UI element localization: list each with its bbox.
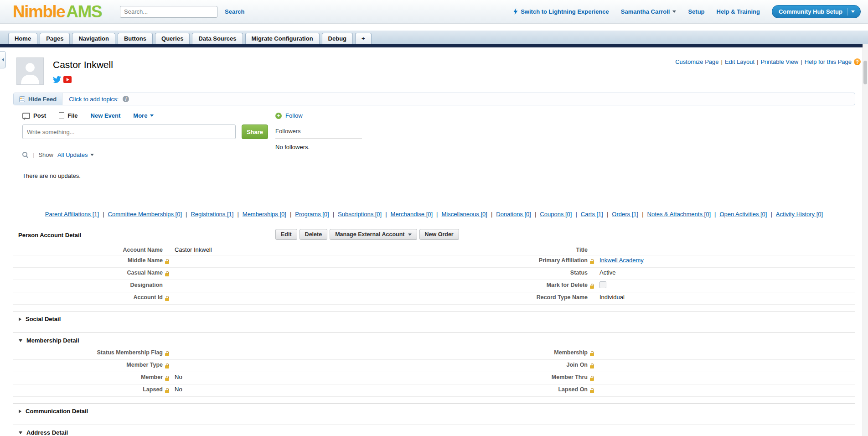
setup-link[interactable]: Setup bbox=[688, 8, 704, 15]
field-label: Member bbox=[13, 374, 163, 381]
nav-tab-migrate-configuration[interactable]: Migrate Configuration bbox=[245, 33, 320, 44]
help-for-page-link[interactable]: Help for this Page bbox=[805, 58, 852, 65]
feed-search-icon[interactable] bbox=[22, 152, 29, 158]
edit-button[interactable]: Edit bbox=[275, 229, 297, 240]
share-button[interactable]: Share bbox=[242, 125, 268, 139]
related-list-link-subscriptions[interactable]: Subscriptions [0] bbox=[338, 211, 382, 218]
related-list-link-donations[interactable]: Donations [0] bbox=[496, 211, 531, 218]
tab-file[interactable]: File bbox=[59, 112, 78, 119]
field-row: DesignationMark for Delete bbox=[13, 280, 855, 292]
related-links-row: Parent Affiliations [1]|Committee Member… bbox=[0, 211, 868, 218]
nav-tab-add[interactable]: + bbox=[355, 33, 372, 44]
add-topics-link[interactable]: Click to add topics: bbox=[69, 96, 119, 103]
header-spacer bbox=[0, 24, 868, 31]
nav-tab-home[interactable]: Home bbox=[8, 33, 37, 44]
lock-icon bbox=[590, 378, 594, 381]
related-list-link-miscellaneous[interactable]: Miscellaneous [0] bbox=[441, 211, 487, 218]
feed-filter-dropdown[interactable]: All Updates bbox=[57, 151, 94, 158]
field-value: Inkwell Academy bbox=[597, 257, 855, 264]
vertical-scrollbar[interactable] bbox=[863, 44, 868, 436]
manage-external-account-button[interactable]: Manage External Account bbox=[330, 229, 417, 240]
related-list-link-memberships[interactable]: Memberships [0] bbox=[243, 211, 286, 218]
nav-tab-debug[interactable]: Debug bbox=[322, 33, 353, 44]
help-training-link[interactable]: Help & Training bbox=[717, 8, 760, 15]
info-icon[interactable]: i bbox=[123, 96, 129, 102]
lock-slot bbox=[163, 257, 172, 266]
feed-icon bbox=[19, 96, 25, 102]
lock-slot bbox=[588, 386, 597, 395]
search-input[interactable] bbox=[120, 6, 217, 18]
delete-button[interactable]: Delete bbox=[300, 229, 328, 240]
related-list-link-parent-affiliations[interactable]: Parent Affiliations [1] bbox=[45, 211, 99, 218]
user-menu[interactable]: Samantha Carroll bbox=[621, 8, 677, 15]
nav-tab-queries[interactable]: Queries bbox=[155, 33, 190, 44]
hide-feed-button[interactable]: Hide Feed bbox=[14, 93, 62, 105]
help-icon[interactable]: ? bbox=[854, 58, 861, 65]
separator: | bbox=[714, 211, 716, 218]
related-list-link-committee-memberships[interactable]: Committee Memberships [0] bbox=[108, 211, 182, 218]
section-header-address-detail[interactable]: Address Detail bbox=[13, 425, 855, 436]
post-input[interactable] bbox=[22, 125, 236, 139]
field-label: Mark for Delete bbox=[451, 281, 588, 289]
field-label: Account Id bbox=[13, 294, 163, 301]
detail-header: Person Account Detail Edit Delete Manage… bbox=[0, 228, 868, 242]
more-menu-label: More bbox=[133, 112, 147, 119]
follow-plus-icon: + bbox=[275, 113, 282, 119]
lock-icon bbox=[165, 390, 169, 393]
new-order-button[interactable]: New Order bbox=[419, 229, 459, 240]
edit-layout-link[interactable]: Edit Layout bbox=[725, 58, 754, 65]
more-menu[interactable]: More bbox=[133, 112, 154, 119]
lock-icon bbox=[165, 298, 169, 301]
twitter-icon[interactable] bbox=[53, 76, 61, 83]
lock-slot bbox=[588, 294, 597, 295]
youtube-icon[interactable] bbox=[63, 76, 72, 83]
lock-slot bbox=[588, 269, 597, 270]
field-label: Status Membership Flag bbox=[13, 349, 163, 356]
tab-new-event[interactable]: New Event bbox=[91, 112, 121, 119]
related-list-link-activity-history[interactable]: Activity History [0] bbox=[776, 211, 823, 218]
scrollbar-thumb[interactable] bbox=[863, 61, 867, 84]
nav-tab-data-sources[interactable]: Data Sources bbox=[192, 33, 243, 44]
printable-view-link[interactable]: Printable View bbox=[760, 58, 798, 65]
no-updates-text: There are no updates. bbox=[22, 172, 868, 179]
nav-tab-navigation[interactable]: Navigation bbox=[72, 33, 115, 44]
section-header-social-detail[interactable]: Social Detail bbox=[13, 311, 855, 326]
related-list-link-carts[interactable]: Carts [1] bbox=[581, 211, 603, 218]
separator: | bbox=[333, 211, 334, 218]
section-header-communication-detail[interactable]: Communication Detail bbox=[13, 403, 855, 418]
section-header-membership-detail[interactable]: Membership Detail bbox=[13, 332, 855, 348]
separator: | bbox=[642, 211, 643, 218]
section-title: Membership Detail bbox=[26, 337, 79, 344]
sidebar-collapse-handle[interactable] bbox=[0, 51, 6, 68]
lightning-icon bbox=[513, 8, 518, 15]
related-list-link-notes-attachments[interactable]: Notes & Attachments [0] bbox=[647, 211, 711, 218]
related-list-link-programs[interactable]: Programs [0] bbox=[295, 211, 329, 218]
detail-title: Person Account Detail bbox=[18, 232, 81, 239]
related-list-link-registrations[interactable]: Registrations [1] bbox=[191, 211, 233, 218]
tab-post-label: Post bbox=[33, 112, 46, 119]
nav-tab-pages[interactable]: Pages bbox=[40, 33, 70, 44]
follow-button[interactable]: Follow bbox=[285, 112, 303, 119]
switch-to-lightning-link[interactable]: Switch to Lightning Experience bbox=[513, 8, 609, 15]
search-button[interactable]: Search bbox=[222, 8, 247, 16]
collapse-icon bbox=[19, 431, 22, 434]
field-row: Status Membership FlagMembership bbox=[13, 348, 855, 360]
field-row: Account IdRecord Type NameIndividual bbox=[13, 292, 855, 305]
lock-icon bbox=[165, 261, 169, 264]
divider bbox=[275, 138, 362, 139]
lock-slot bbox=[163, 374, 172, 383]
customize-page-link[interactable]: Customize Page bbox=[675, 58, 718, 65]
separator: | bbox=[535, 211, 536, 218]
field-row: Casual NameStatusActive bbox=[13, 268, 855, 280]
lock-icon bbox=[165, 273, 169, 276]
nav-tab-buttons[interactable]: Buttons bbox=[118, 33, 153, 44]
related-list-link-coupons[interactable]: Coupons [0] bbox=[540, 211, 572, 218]
related-list-link-orders[interactable]: Orders [1] bbox=[612, 211, 638, 218]
separator: | bbox=[575, 211, 577, 218]
field-value-link[interactable]: Inkwell Academy bbox=[599, 257, 644, 264]
related-list-link-merchandise[interactable]: Merchandise [0] bbox=[391, 211, 433, 218]
switch-to-lightning-label: Switch to Lightning Experience bbox=[521, 8, 609, 15]
community-hub-setup-button[interactable]: Community Hub Setup bbox=[772, 5, 861, 18]
tab-post[interactable]: Post bbox=[22, 112, 46, 119]
related-list-link-open-activities[interactable]: Open Activities [0] bbox=[719, 211, 767, 218]
